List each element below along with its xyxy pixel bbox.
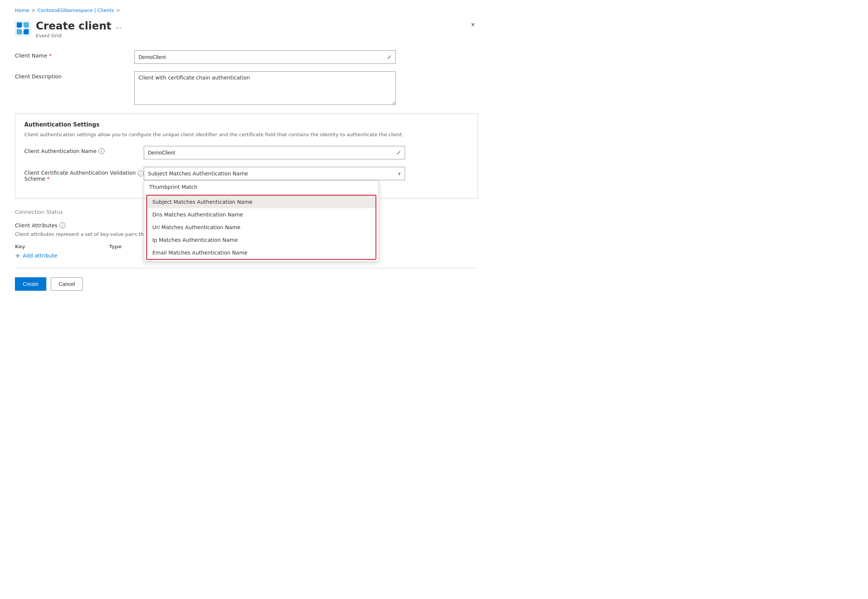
connection-status-label: Connection Status — [15, 208, 134, 215]
auth-name-input-wrapper: ✓ — [144, 146, 405, 160]
scheme-label: Client Certificate Authentication Valida… — [24, 167, 144, 182]
event-grid-icon — [15, 21, 31, 36]
footer-buttons: Create Cancel — [15, 277, 478, 291]
add-attribute-label: Add attribute — [23, 253, 57, 259]
header-subtitle: Event Grid — [36, 33, 122, 38]
svg-rect-2 — [24, 23, 29, 28]
page-title-text: Create client — [36, 20, 111, 32]
required-star: * — [49, 53, 51, 59]
client-description-textarea[interactable] — [134, 71, 396, 105]
breadcrumb-sep1: > — [32, 8, 35, 13]
auth-settings-description: Client authentication settings allow you… — [24, 131, 469, 138]
attr-col-key-header: Key — [15, 244, 104, 249]
cancel-button[interactable]: Cancel — [51, 277, 83, 291]
scheme-row: Client Certificate Authentication Valida… — [24, 167, 469, 182]
svg-rect-1 — [17, 23, 22, 28]
client-attributes-info-icon: i — [59, 223, 65, 229]
page-header: Create client ... Event Grid × — [15, 20, 478, 38]
auth-name-info-icon: i — [99, 148, 104, 154]
scheme-chevron-icon: ∨ — [398, 171, 401, 176]
auth-settings-title: Authentication Settings — [24, 121, 469, 128]
svg-rect-3 — [17, 29, 22, 34]
breadcrumb-sep2: > — [116, 8, 120, 13]
scheme-required-star: * — [47, 176, 50, 182]
page-title: Create client ... — [36, 20, 122, 32]
client-name-input-wrapper: ✓ — [134, 50, 396, 64]
scheme-label-text: Client Certificate Authentication Valida… — [24, 170, 136, 182]
client-name-check-icon: ✓ — [387, 54, 392, 61]
auth-name-label: Client Authentication Name i — [24, 146, 144, 154]
auth-settings-box: Authentication Settings Client authentic… — [15, 113, 478, 199]
client-name-control: ✓ — [134, 50, 396, 64]
auth-name-row: Client Authentication Name i ✓ — [24, 146, 469, 160]
client-name-label: Client Name * — [15, 50, 134, 59]
dropdown-item-ip[interactable]: Ip Matches Authentication Name — [147, 233, 375, 246]
scheme-dropdown-highlighted-group: Subject Matches Authentication Name Dns … — [146, 195, 376, 260]
add-plus-icon: + — [15, 252, 21, 259]
scheme-selected-label: Subject Matches Authentication Name — [148, 170, 248, 176]
client-description-control — [134, 71, 396, 106]
auth-name-input[interactable] — [144, 146, 405, 160]
breadcrumb-home[interactable]: Home — [15, 8, 29, 13]
client-name-input[interactable] — [134, 50, 396, 64]
header-ellipsis-menu[interactable]: ... — [115, 22, 121, 30]
auth-name-check-icon: ✓ — [396, 149, 401, 156]
dropdown-item-uri[interactable]: Uri Matches Authentication Name — [147, 221, 375, 233]
dropdown-item-subject[interactable]: Subject Matches Authentication Name — [147, 196, 375, 208]
client-description-label: Client Description — [15, 71, 134, 80]
scheme-dropdown-trigger[interactable]: Subject Matches Authentication Name ∨ — [144, 167, 405, 180]
scheme-info-icon: i — [138, 170, 144, 176]
footer-divider — [15, 268, 478, 268]
dropdown-item-dns[interactable]: Dns Matches Authentication Name — [147, 208, 375, 221]
close-button[interactable]: × — [468, 20, 478, 30]
breadcrumb: Home > ContosoEGNamespace | Clients > — [15, 8, 478, 13]
svg-rect-7 — [19, 28, 27, 29]
auth-name-control: ✓ — [144, 146, 405, 160]
header-title-block: Create client ... Event Grid — [36, 20, 122, 38]
client-attributes-label: Client Attributes i — [15, 221, 134, 229]
scheme-control: Subject Matches Authentication Name ∨ Th… — [144, 167, 405, 180]
dropdown-item-email[interactable]: Email Matches Authentication Name — [147, 246, 375, 259]
dropdown-item-thumbprint[interactable]: Thumbprint Match — [144, 181, 378, 193]
client-description-row: Client Description — [15, 71, 478, 106]
svg-rect-4 — [24, 29, 29, 34]
scheme-dropdown-menu: Thumbprint Match Subject Matches Authent… — [144, 180, 379, 262]
breadcrumb-namespace[interactable]: ContosoEGNamespace | Clients — [37, 8, 114, 13]
header-left: Create client ... Event Grid — [15, 20, 122, 38]
create-button[interactable]: Create — [15, 277, 46, 291]
client-name-row: Client Name * ✓ — [15, 50, 478, 64]
